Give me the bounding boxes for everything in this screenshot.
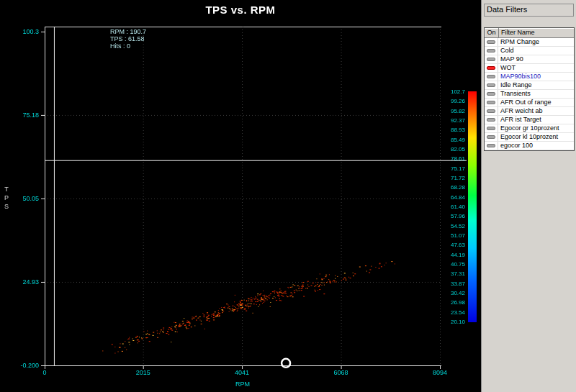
filter-row[interactable]: Egocor gr 10prozent	[485, 124, 574, 133]
colorbar-label: 64.84	[438, 194, 465, 201]
plot-title: TPS vs. RPM	[0, 4, 481, 16]
filter-toggle-led[interactable]	[487, 92, 495, 96]
filter-on-cell	[485, 81, 498, 89]
cursor-tps-readout: TPS : 61.58	[110, 35, 146, 42]
filter-name: Egocor gr 10prozent	[498, 124, 574, 132]
filter-name: WOT	[498, 64, 574, 72]
colorbar-label: 47.63	[438, 242, 465, 248]
filter-name: Transients	[498, 90, 574, 98]
colorbar-label: 102.7	[438, 88, 465, 95]
cursor-readout: RPM : 190.7 TPS : 61.58 Hits : 0	[110, 28, 146, 50]
filter-toggle-led[interactable]	[487, 135, 495, 139]
filter-on-cell	[485, 116, 498, 124]
filter-table: On Filter Name RPM ChangeColdMAP 90WOTMA…	[484, 27, 575, 151]
x-tick-label: 2015	[136, 369, 150, 376]
filter-name: Egocor kl 10prozent	[498, 133, 574, 141]
y-tick-label: 24.93	[7, 278, 39, 286]
filter-row[interactable]: Transients	[485, 90, 574, 99]
filter-row[interactable]: Egocor kl 10prozent	[485, 133, 574, 142]
filter-on-cell	[485, 99, 498, 106]
filter-row[interactable]: Cold	[485, 47, 574, 55]
data-filters-panel: Data Filters On Filter Name RPM ChangeCo…	[481, 0, 576, 392]
colorbar-label: 23.54	[438, 309, 465, 316]
filter-on-cell	[485, 73, 498, 81]
filter-toggle-led[interactable]	[487, 118, 495, 122]
colorbar-gradient	[468, 91, 477, 322]
filter-row[interactable]: MAP 90	[485, 55, 574, 64]
filter-row[interactable]: WOT	[485, 64, 574, 73]
filter-row[interactable]: Idle Range	[485, 81, 574, 90]
filter-row[interactable]: RPM Change	[485, 38, 574, 47]
y-tick-label: 100.3	[7, 28, 39, 35]
filter-on-cell	[485, 64, 498, 72]
filter-name: AFR ist Target	[498, 116, 574, 124]
filter-on-cell	[485, 107, 498, 115]
colorbar-label: 40.75	[438, 261, 465, 268]
cursor-rpm-readout: RPM : 190.7	[110, 28, 146, 35]
y-tick-label: 75.18	[7, 111, 39, 119]
filter-row[interactable]: AFR weicht ab	[485, 107, 574, 116]
x-tick-label: 0	[42, 369, 46, 376]
filter-toggle-led[interactable]	[487, 144, 495, 147]
colorbar-label: 54.52	[438, 223, 465, 229]
colorbar-label: 44.19	[438, 252, 465, 258]
scatter-plot-canvas[interactable]	[0, 0, 481, 392]
filter-row[interactable]: AFR ist Target	[485, 116, 574, 124]
filter-on-cell	[485, 133, 498, 141]
data-filters-title: Data Filters	[487, 5, 527, 14]
filter-toggle-led[interactable]	[487, 101, 495, 104]
filter-rows: RPM ChangeColdMAP 90WOTMAP90bis100Idle R…	[485, 38, 574, 150]
filter-name: egocor 100	[498, 142, 574, 150]
filter-name: MAP 90	[498, 55, 574, 63]
x-tick-label: 6068	[334, 369, 348, 376]
filter-row[interactable]: egocor 100	[485, 142, 574, 150]
filter-name: AFR weicht ab	[498, 107, 574, 115]
filter-on-cell	[485, 142, 498, 150]
y-tick-label: -0.200	[7, 362, 39, 369]
colorbar-label: 30.42	[438, 290, 465, 296]
filter-name: Idle Range	[498, 81, 574, 89]
filter-name: RPM Change	[498, 38, 574, 46]
filter-toggle-led[interactable]	[487, 58, 495, 61]
column-header-filter-name: Filter Name	[499, 28, 574, 37]
filter-on-cell	[485, 47, 498, 55]
filter-table-header: On Filter Name	[485, 28, 574, 38]
filter-name: Cold	[498, 47, 574, 55]
filter-row[interactable]: AFR Out of range	[485, 99, 574, 107]
x-tick-label: 4041	[235, 369, 249, 376]
colorbar-label: 26.98	[438, 299, 465, 306]
filter-on-cell	[485, 55, 498, 63]
colorbar-label: 68.28	[438, 184, 465, 191]
filter-toggle-led[interactable]	[487, 40, 495, 44]
filter-toggle-led[interactable]	[487, 66, 495, 70]
filter-toggle-led[interactable]	[487, 49, 495, 53]
colorbar-label: 75.17	[438, 165, 465, 172]
column-header-on: On	[485, 28, 499, 37]
filter-toggle-led[interactable]	[487, 109, 495, 113]
colorbar-label: 88.93	[438, 127, 465, 133]
filter-name: MAP90bis100	[498, 73, 574, 81]
filter-toggle-led[interactable]	[487, 75, 495, 78]
filter-row[interactable]: MAP90bis100	[485, 73, 574, 81]
x-axis-label: RPM	[45, 380, 441, 388]
colorbar-label: 82.05	[438, 146, 465, 152]
filter-on-cell	[485, 38, 498, 46]
colorbar-label: 61.40	[438, 204, 465, 210]
colorbar-label: 71.72	[438, 175, 465, 181]
y-tick-label: 50.05	[7, 195, 39, 202]
colorbar-label: 99.26	[438, 98, 465, 104]
colorbar-label: 20.10	[438, 319, 465, 325]
colorbar-label: 37.31	[438, 270, 465, 277]
colorbar-label: 78.61	[438, 155, 465, 162]
x-tick-label: 8094	[433, 369, 447, 376]
cursor-hits-readout: Hits : 0	[110, 42, 146, 50]
data-filters-titlebar[interactable]: Data Filters	[484, 4, 574, 17]
filter-toggle-led[interactable]	[487, 83, 495, 87]
colorbar-label: 51.07	[438, 232, 465, 239]
plot-window: TPS vs. RPM RPM : 190.7 TPS : 61.58 Hits…	[0, 0, 481, 392]
filter-name: AFR Out of range	[498, 99, 574, 106]
colorbar-label: 85.49	[438, 137, 465, 143]
filter-toggle-led[interactable]	[487, 127, 495, 130]
colorbar-label: 57.96	[438, 213, 465, 219]
colorbar-label: 95.82	[438, 108, 465, 114]
